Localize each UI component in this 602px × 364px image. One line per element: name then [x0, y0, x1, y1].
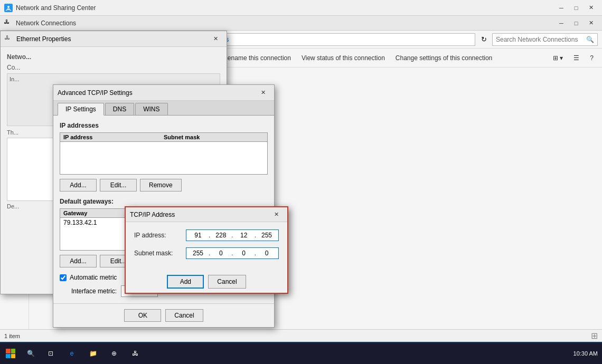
search-box[interactable]: 🔍 — [492, 33, 598, 46]
main-minimize-button[interactable]: ─ — [554, 3, 568, 13]
tcpip-close-button[interactable]: ✕ — [269, 209, 283, 220]
ip-addresses-table: IP address Subnet mask — [60, 132, 268, 175]
sub-window: 🖧 Network Connections ─ □ ✕ ← → ↑ 🖧 › Co… — [0, 16, 602, 342]
tcpip-dialog-footer: Add Cancel — [126, 271, 287, 293]
main-window: Network and Sharing Center ─ □ ✕ 🖧 Netwo… — [0, 0, 602, 342]
view-status-button[interactable]: View status of this connection — [297, 51, 389, 65]
ip-octet-3[interactable] — [234, 232, 253, 239]
taskbar-ie-icon[interactable]: e — [61, 343, 82, 364]
item-count: 1 item — [4, 333, 20, 339]
tab-ip-settings[interactable]: IP Settings — [58, 103, 104, 116]
main-window-title: Network and Sharing Center — [16, 4, 554, 12]
refresh-button[interactable]: ↻ — [477, 33, 490, 46]
subnet-col-header: Subnet mask — [164, 134, 264, 140]
ip-col-header: IP address — [63, 134, 164, 140]
view-grid-icon: ⊞ — [553, 54, 558, 62]
start-button[interactable] — [0, 343, 21, 364]
ip-add-button[interactable]: Add... — [60, 179, 97, 191]
gw-add-button[interactable]: Add... — [60, 255, 97, 267]
status-bar: 1 item ⊞ — [0, 329, 602, 342]
help-button[interactable]: ? — [586, 51, 598, 65]
gateways-label: Default gateways: — [60, 198, 268, 205]
status-bar-icon: ⊞ — [591, 331, 598, 341]
ip-addresses-label: IP addresses — [60, 122, 268, 129]
internet-label: In... — [7, 74, 220, 84]
subnet-octet-4[interactable] — [257, 250, 276, 257]
search-input[interactable] — [496, 36, 586, 43]
tcpip-cancel-button[interactable]: Cancel — [208, 275, 246, 289]
tab-wins[interactable]: WINS — [135, 103, 167, 115]
ip-address-row: IP address: . . . — [134, 229, 279, 241]
main-window-icon — [4, 4, 13, 12]
ethernet-close-button[interactable]: ✕ — [209, 34, 222, 44]
tcpip-dialog-content: IP address: . . . Subnet mask: — [126, 222, 287, 271]
sub-close-button[interactable]: ✕ — [584, 18, 598, 28]
taskbar-chrome-icon[interactable]: ⊕ — [104, 343, 125, 364]
ethernet-dialog-icon: 🖧 — [5, 35, 13, 43]
view-arrow-icon: ▾ — [560, 54, 563, 62]
advanced-ok-button[interactable]: OK — [124, 309, 161, 322]
tcpip-dialog-title-bar: TCP/IP Address ✕ — [126, 207, 287, 222]
search-icon: 🔍 — [586, 36, 594, 43]
toolbar-right: ⊞ ▾ ☰ ? — [549, 51, 598, 65]
windows-logo — [6, 349, 15, 358]
ethernet-dialog-title: Ethernet Properties — [16, 35, 209, 43]
ethernet-dialog-title-bar: 🖧 Ethernet Properties ✕ — [1, 31, 227, 47]
ip-edit-button[interactable]: Edit... — [100, 179, 137, 191]
sub-window-title: Network Connections — [16, 20, 554, 27]
help-icon: ? — [590, 54, 594, 62]
subnet-mask-row: Subnet mask: . . . — [134, 247, 279, 259]
main-window-controls: ─ □ ✕ — [554, 3, 598, 13]
list-view-button[interactable]: ☰ — [569, 51, 584, 65]
taskbar-folder-icon[interactable]: 📁 — [82, 343, 104, 364]
advanced-tcpip-dialog: Advanced TCP/IP Settings ✕ IP Settings D… — [53, 84, 275, 328]
tab-dns[interactable]: DNS — [105, 103, 134, 115]
svg-point-0 — [7, 6, 10, 8]
change-settings-label: Change settings of this connection — [396, 54, 492, 62]
taskbar-tray: 10:30 AM — [573, 350, 602, 357]
ip-remove-button[interactable]: Remove — [140, 179, 182, 191]
sub-window-icon: 🖧 — [4, 19, 13, 27]
sub-window-controls: ─ □ ✕ — [554, 18, 598, 28]
tray-time: 10:30 AM — [573, 350, 598, 357]
advanced-dialog-title: Advanced TCP/IP Settings — [58, 89, 256, 97]
ip-address-label: IP address: — [134, 232, 182, 239]
subnet-octet-1[interactable] — [189, 250, 208, 257]
tcpip-address-dialog: TCP/IP Address ✕ IP address: . . . — [125, 206, 288, 294]
auto-metric-label: Automatic metric — [70, 274, 117, 281]
advanced-dialog-title-bar: Advanced TCP/IP Settings ✕ — [53, 85, 274, 101]
ip-octet-4[interactable] — [257, 232, 276, 239]
ip-btn-row: Add... Edit... Remove — [60, 179, 268, 191]
taskbar-network-app-icon[interactable]: 🖧 — [125, 343, 146, 364]
taskbar-task-view[interactable]: ⊡ — [40, 343, 61, 364]
sub-minimize-button[interactable]: ─ — [554, 18, 568, 28]
subnet-octet-2[interactable] — [211, 250, 230, 257]
main-close-button[interactable]: ✕ — [584, 3, 598, 13]
network-label: Netwo... — [7, 53, 220, 61]
subnet-mask-input[interactable]: . . . — [186, 247, 279, 259]
ip-octet-2[interactable] — [211, 232, 230, 239]
subnet-octet-3[interactable] — [234, 250, 253, 257]
ip-address-input[interactable]: . . . — [186, 229, 279, 241]
main-maximize-button[interactable]: □ — [569, 3, 583, 13]
tcpip-add-button[interactable]: Add — [167, 275, 204, 289]
sub-maximize-button[interactable]: □ — [569, 18, 583, 28]
conn-label: Co... — [7, 64, 220, 71]
advanced-close-button[interactable]: ✕ — [256, 88, 270, 98]
view-status-label: View status of this connection — [302, 54, 385, 62]
sub-title-bar: 🖧 Network Connections ─ □ ✕ — [0, 16, 602, 31]
ip-octet-1[interactable] — [189, 232, 208, 239]
ip-table-header: IP address Subnet mask — [60, 133, 267, 142]
change-settings-button[interactable]: Change settings of this connection — [391, 51, 496, 65]
taskbar-search-button[interactable]: 🔍 — [21, 343, 40, 364]
view-mode-button[interactable]: ⊞ ▾ — [549, 51, 567, 65]
auto-metric-checkbox[interactable] — [60, 274, 67, 281]
list-icon: ☰ — [573, 54, 579, 62]
advanced-dialog-footer: OK Cancel — [53, 303, 274, 327]
subnet-mask-label: Subnet mask: — [134, 250, 182, 257]
interface-metric-label: Interface metric: — [71, 288, 117, 295]
advanced-cancel-button[interactable]: Cancel — [165, 309, 203, 322]
rename-button[interactable]: Rename this connection — [219, 51, 295, 65]
taskbar: 🔍 ⊡ e 📁 ⊕ 🖧 10:30 AM — [0, 343, 602, 364]
rename-label: Rename this connection — [223, 54, 291, 62]
